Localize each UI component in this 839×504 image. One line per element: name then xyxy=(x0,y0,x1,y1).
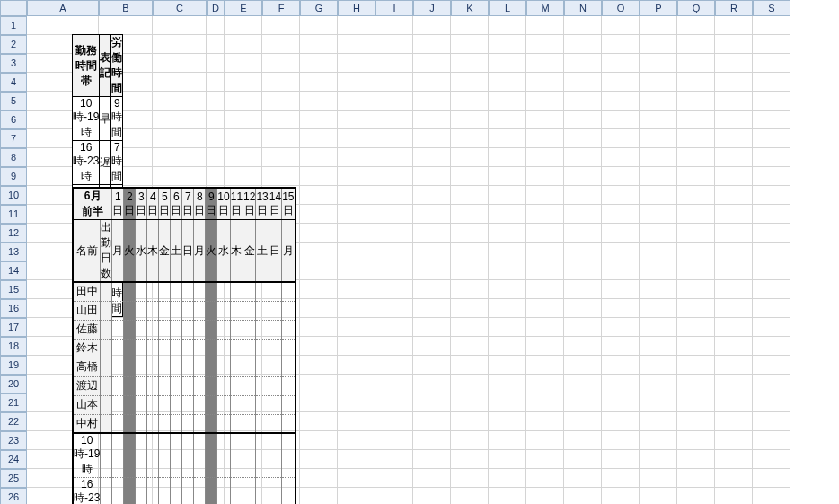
day-header[interactable]: 4日 xyxy=(147,188,159,220)
row-header-8[interactable]: 8 xyxy=(0,148,27,167)
cell[interactable] xyxy=(375,280,413,299)
cell[interactable] xyxy=(375,205,413,224)
cell[interactable] xyxy=(262,35,300,54)
cell[interactable] xyxy=(489,92,526,111)
cell[interactable] xyxy=(677,412,715,431)
cell[interactable] xyxy=(300,412,338,431)
cell[interactable] xyxy=(451,54,489,73)
schedule-cell[interactable] xyxy=(171,301,182,320)
cell[interactable] xyxy=(375,431,413,450)
cell[interactable] xyxy=(262,129,300,148)
cell[interactable] xyxy=(715,412,753,431)
cell[interactable] xyxy=(153,92,207,111)
cell[interactable] xyxy=(225,16,262,35)
schedule-cell[interactable] xyxy=(136,376,147,395)
cell[interactable] xyxy=(640,299,677,318)
time-slot-cell[interactable] xyxy=(171,433,182,478)
schedule-cell[interactable] xyxy=(243,395,256,414)
schedule-cell[interactable] xyxy=(206,301,217,320)
cell[interactable] xyxy=(153,129,207,148)
cell[interactable] xyxy=(602,299,640,318)
cell[interactable] xyxy=(300,243,338,261)
cell[interactable] xyxy=(413,186,451,205)
cell[interactable] xyxy=(153,148,207,167)
schedule-cell[interactable] xyxy=(217,301,230,320)
cell[interactable] xyxy=(338,92,375,111)
cell[interactable] xyxy=(375,54,413,73)
cell[interactable] xyxy=(753,16,790,35)
cell[interactable] xyxy=(715,488,753,504)
cell[interactable] xyxy=(300,393,338,412)
schedule-cell[interactable] xyxy=(206,376,217,395)
cell[interactable] xyxy=(451,412,489,431)
cell[interactable] xyxy=(489,129,526,148)
cell[interactable] xyxy=(489,205,526,224)
employee-name[interactable]: 渡辺 xyxy=(73,376,101,395)
cell[interactable] xyxy=(564,111,602,129)
schedule-cell[interactable] xyxy=(282,282,296,301)
employee-name[interactable]: 山田 xyxy=(73,301,101,320)
schedule-cell[interactable] xyxy=(194,320,206,339)
time-slot-cell[interactable] xyxy=(256,478,269,505)
time-slot-label[interactable]: 10時-19時 xyxy=(73,433,101,478)
cell[interactable] xyxy=(262,92,300,111)
schedule-cell[interactable] xyxy=(136,301,147,320)
schedule-cell[interactable] xyxy=(243,320,256,339)
column-header-B[interactable]: B xyxy=(99,0,153,16)
time-slot-cell[interactable] xyxy=(243,433,256,478)
schedule-cell[interactable] xyxy=(230,339,243,358)
time-slot-cell[interactable] xyxy=(282,478,296,505)
cell[interactable] xyxy=(526,431,564,450)
cell[interactable] xyxy=(489,450,526,469)
cell[interactable] xyxy=(375,469,413,488)
cell[interactable] xyxy=(375,35,413,54)
cell[interactable] xyxy=(526,261,564,280)
row-header-22[interactable]: 22 xyxy=(0,412,27,431)
weekday-header[interactable]: 木 xyxy=(230,220,243,283)
cell[interactable] xyxy=(207,129,225,148)
cell[interactable] xyxy=(564,280,602,299)
cell[interactable] xyxy=(602,148,640,167)
attendance-days[interactable] xyxy=(101,339,112,358)
schedule-cell[interactable] xyxy=(269,339,281,358)
cell[interactable] xyxy=(602,375,640,393)
cell[interactable] xyxy=(338,186,375,205)
schedule-cell[interactable] xyxy=(217,414,230,433)
column-header-F[interactable]: F xyxy=(262,0,300,16)
schedule-cell[interactable] xyxy=(136,358,147,376)
schedule-cell[interactable] xyxy=(256,282,269,301)
schedule-table[interactable]: 6月 前半 1日2日3日4日5日6日7日8日9日10日11日12日13日14日1… xyxy=(72,187,296,504)
time-slot-cell[interactable] xyxy=(206,478,217,505)
cell[interactable] xyxy=(715,167,753,186)
cell[interactable] xyxy=(413,54,451,73)
cell[interactable] xyxy=(489,488,526,504)
schedule-cell[interactable] xyxy=(269,282,281,301)
schedule-cell[interactable] xyxy=(159,395,171,414)
weekday-header[interactable]: 月 xyxy=(112,220,124,283)
schedule-cell[interactable] xyxy=(230,376,243,395)
cell[interactable] xyxy=(451,450,489,469)
cell[interactable] xyxy=(338,224,375,243)
cell[interactable] xyxy=(640,243,677,261)
attendance-days[interactable] xyxy=(101,301,112,320)
day-header[interactable]: 14日 xyxy=(269,188,281,220)
cell[interactable] xyxy=(602,280,640,299)
day-header[interactable]: 6日 xyxy=(171,188,182,220)
time-slot-cell[interactable] xyxy=(182,433,194,478)
schedule-cell[interactable] xyxy=(243,282,256,301)
cell[interactable] xyxy=(753,393,790,412)
cell[interactable] xyxy=(677,243,715,261)
schedule-cell[interactable] xyxy=(136,414,147,433)
cell[interactable] xyxy=(677,337,715,356)
cell[interactable] xyxy=(715,375,753,393)
schedule-cell[interactable] xyxy=(256,358,269,376)
day-header[interactable]: 1日 xyxy=(112,188,124,220)
cell[interactable] xyxy=(602,186,640,205)
row-header-12[interactable]: 12 xyxy=(0,224,27,243)
cell[interactable] xyxy=(375,186,413,205)
cell[interactable] xyxy=(640,412,677,431)
time-slot-cell[interactable] xyxy=(112,433,124,478)
employee-name[interactable]: 田中 xyxy=(73,282,101,301)
legend-mark[interactable]: 遅 xyxy=(100,141,111,185)
cell[interactable] xyxy=(715,318,753,337)
